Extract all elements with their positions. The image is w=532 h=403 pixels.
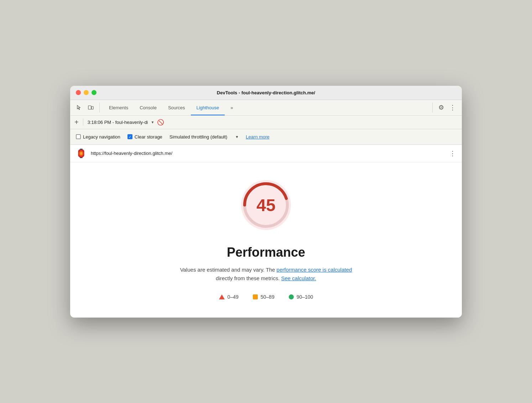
- svg-rect-1: [92, 106, 93, 109]
- lighthouse-logo-icon: 🏮: [76, 148, 87, 158]
- throttle-label: Simulated throttling (default): [169, 134, 228, 140]
- perf-score-link[interactable]: performance score is calculated: [277, 267, 352, 273]
- block-icon[interactable]: 🚫: [157, 119, 164, 126]
- good-icon: [289, 294, 294, 299]
- title-bar: DevTools - foul-heavenly-direction.glitc…: [70, 86, 462, 100]
- inspect-element-button[interactable]: [74, 103, 84, 112]
- main-content: 45 Performance Values are estimated and …: [70, 162, 462, 318]
- performance-description: Values are estimated and may vary. The p…: [180, 266, 352, 283]
- toolbar-divider: [99, 103, 100, 112]
- performance-title: Performance: [227, 245, 305, 260]
- clear-storage-checkbox-box[interactable]: ✓: [127, 134, 132, 139]
- clear-storage-checkbox[interactable]: ✓ Clear storage: [127, 134, 162, 140]
- legacy-navigation-checkbox[interactable]: Legacy navigation: [76, 134, 120, 140]
- tab-more[interactable]: »: [225, 100, 239, 115]
- settings-button[interactable]: ⚙: [436, 103, 446, 112]
- maximize-button[interactable]: [92, 90, 97, 95]
- options-bar: Legacy navigation ✓ Clear storage Simula…: [70, 129, 462, 145]
- learn-more-link[interactable]: Learn more: [246, 134, 269, 140]
- audit-url-row: 🏮 https://foul-heavenly-direction.glitch…: [70, 145, 462, 162]
- throttle-dropdown-button[interactable]: ▼: [235, 135, 239, 139]
- more-options-button[interactable]: ⋮: [448, 103, 458, 112]
- audit-options-button[interactable]: ⋮: [449, 150, 456, 157]
- device-icon: [88, 105, 94, 110]
- poor-icon: [219, 294, 225, 299]
- score-value: 45: [256, 195, 275, 215]
- cursor-icon: [77, 105, 82, 110]
- legend-good: 90–100: [289, 294, 313, 300]
- browser-window: DevTools - foul-heavenly-direction.glitc…: [70, 86, 462, 318]
- minimize-button[interactable]: [84, 90, 89, 95]
- score-legend: 0–49 50–89 90–100: [219, 294, 313, 300]
- tab-lighthouse[interactable]: Lighthouse: [191, 100, 225, 115]
- tab-sources[interactable]: Sources: [162, 100, 191, 115]
- traffic-lights: [76, 90, 97, 95]
- device-toggle-button[interactable]: [86, 103, 96, 112]
- score-gauge: 45: [238, 177, 294, 234]
- tab-elements[interactable]: Elements: [103, 100, 134, 115]
- legacy-nav-checkbox-box[interactable]: [76, 134, 81, 139]
- average-icon: [253, 294, 258, 299]
- tab-console[interactable]: Console: [134, 100, 162, 115]
- add-tab-button[interactable]: +: [74, 119, 79, 126]
- url-dropdown-button[interactable]: ▼: [151, 120, 155, 124]
- audit-url-text: https://foul-heavenly-direction.glitch.m…: [91, 151, 445, 156]
- window-title: DevTools - foul-heavenly-direction.glitc…: [217, 90, 315, 95]
- url-bar-divider: [83, 119, 83, 126]
- close-button[interactable]: [76, 90, 81, 95]
- toolbar-right-divider: [432, 103, 433, 112]
- devtools-toolbar: Elements Console Sources Lighthouse » ⚙ …: [70, 100, 462, 116]
- url-bar: + 3:18:06 PM - foul-heavenly-di ▼ 🚫: [70, 116, 462, 129]
- tab-list: Elements Console Sources Lighthouse »: [103, 100, 239, 115]
- legend-poor: 0–49: [219, 294, 239, 300]
- svg-rect-0: [88, 106, 91, 109]
- legend-average: 50–89: [253, 294, 275, 300]
- calculator-link[interactable]: See calculator.: [281, 275, 316, 281]
- url-timestamp: 3:18:06 PM - foul-heavenly-di: [88, 120, 148, 125]
